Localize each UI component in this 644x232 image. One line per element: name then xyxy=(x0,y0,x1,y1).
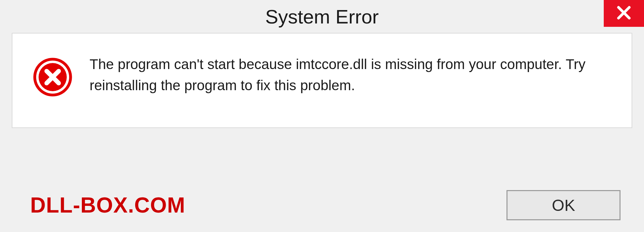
dialog-title: System Error xyxy=(265,5,379,28)
ok-button[interactable]: OK xyxy=(506,190,621,220)
error-message: The program can't start because imtccore… xyxy=(90,54,611,96)
content-area: The program can't start because imtccore… xyxy=(12,33,632,128)
bottom-bar: DLL-BOX.COM OK xyxy=(0,188,644,232)
watermark-text: DLL-BOX.COM xyxy=(30,193,185,218)
close-button[interactable] xyxy=(604,0,644,27)
title-bar: System Error xyxy=(0,0,644,33)
error-dialog: System Error The program can't start bec… xyxy=(0,0,644,232)
close-icon xyxy=(616,5,632,22)
error-icon xyxy=(33,57,73,97)
